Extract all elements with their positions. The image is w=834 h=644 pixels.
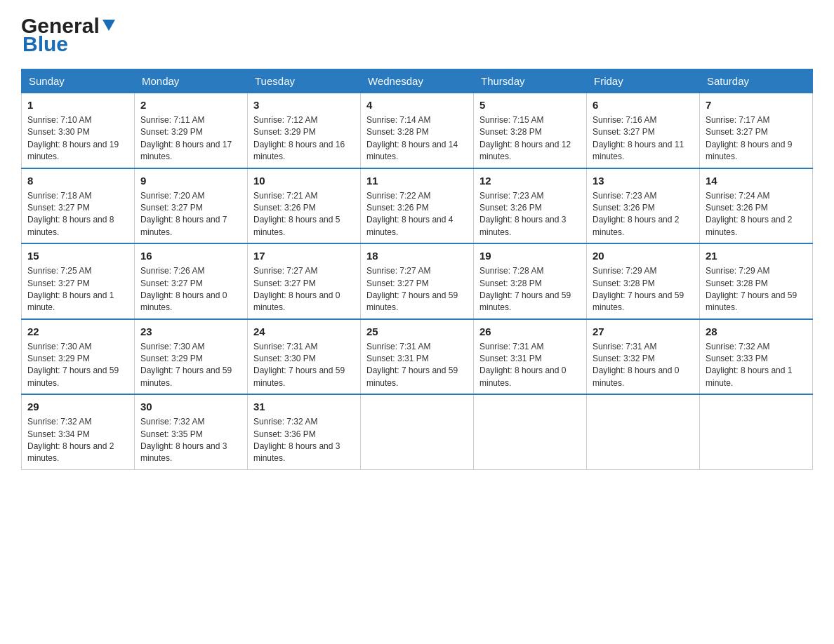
cell-content: Sunrise: 7:29 AMSunset: 3:28 PMDaylight:… xyxy=(593,265,694,314)
calendar-cell: 26Sunrise: 7:31 AMSunset: 3:31 PMDayligh… xyxy=(474,319,587,395)
day-number: 26 xyxy=(479,324,581,339)
cell-content: Sunrise: 7:31 AMSunset: 3:30 PMDaylight:… xyxy=(253,341,355,390)
cell-content: Sunrise: 7:15 AMSunset: 3:28 PMDaylight:… xyxy=(479,114,581,163)
cell-content: Sunrise: 7:21 AMSunset: 3:26 PMDaylight:… xyxy=(253,190,355,239)
day-number: 13 xyxy=(593,173,694,188)
calendar-cell: 17Sunrise: 7:27 AMSunset: 3:27 PMDayligh… xyxy=(248,243,361,319)
calendar-cell: 21Sunrise: 7:29 AMSunset: 3:28 PMDayligh… xyxy=(700,243,813,319)
header-friday: Friday xyxy=(587,69,700,93)
day-number: 17 xyxy=(253,248,355,263)
cell-content: Sunrise: 7:30 AMSunset: 3:29 PMDaylight:… xyxy=(140,341,241,390)
day-number: 5 xyxy=(479,98,581,112)
calendar-cell: 8Sunrise: 7:18 AMSunset: 3:27 PMDaylight… xyxy=(22,168,135,244)
cell-content: Sunrise: 7:28 AMSunset: 3:28 PMDaylight:… xyxy=(479,265,581,314)
calendar-cell: 23Sunrise: 7:30 AMSunset: 3:29 PMDayligh… xyxy=(135,319,248,395)
calendar-header-row: SundayMondayTuesdayWednesdayThursdayFrid… xyxy=(22,69,813,93)
day-number: 23 xyxy=(140,324,241,339)
day-number: 14 xyxy=(706,173,807,188)
calendar-cell: 9Sunrise: 7:20 AMSunset: 3:27 PMDaylight… xyxy=(135,168,248,244)
calendar-cell: 2Sunrise: 7:11 AMSunset: 3:29 PMDaylight… xyxy=(135,93,248,168)
day-number: 30 xyxy=(140,399,241,414)
calendar-cell: 11Sunrise: 7:22 AMSunset: 3:26 PMDayligh… xyxy=(361,168,474,244)
header-wednesday: Wednesday xyxy=(361,69,474,93)
calendar-cell xyxy=(587,394,700,469)
calendar-cell: 19Sunrise: 7:28 AMSunset: 3:28 PMDayligh… xyxy=(474,243,587,319)
day-number: 12 xyxy=(479,173,581,188)
day-number: 7 xyxy=(706,98,807,112)
calendar-cell xyxy=(474,394,587,469)
cell-content: Sunrise: 7:32 AMSunset: 3:36 PMDaylight:… xyxy=(253,416,355,465)
cell-content: Sunrise: 7:24 AMSunset: 3:26 PMDaylight:… xyxy=(706,190,807,239)
calendar-cell: 3Sunrise: 7:12 AMSunset: 3:29 PMDaylight… xyxy=(248,93,361,168)
day-number: 20 xyxy=(593,248,694,263)
calendar-cell: 12Sunrise: 7:23 AMSunset: 3:26 PMDayligh… xyxy=(474,168,587,244)
cell-content: Sunrise: 7:18 AMSunset: 3:27 PMDaylight:… xyxy=(27,190,128,239)
calendar-cell: 10Sunrise: 7:21 AMSunset: 3:26 PMDayligh… xyxy=(248,168,361,244)
cell-content: Sunrise: 7:14 AMSunset: 3:28 PMDaylight:… xyxy=(366,114,468,163)
calendar-cell: 24Sunrise: 7:31 AMSunset: 3:30 PMDayligh… xyxy=(248,319,361,395)
day-number: 2 xyxy=(140,98,241,112)
week-row-5: 29Sunrise: 7:32 AMSunset: 3:34 PMDayligh… xyxy=(22,394,813,469)
day-number: 1 xyxy=(27,98,128,112)
cell-content: Sunrise: 7:17 AMSunset: 3:27 PMDaylight:… xyxy=(706,114,807,163)
cell-content: Sunrise: 7:32 AMSunset: 3:34 PMDaylight:… xyxy=(27,416,128,465)
day-number: 24 xyxy=(253,324,355,339)
week-row-3: 15Sunrise: 7:25 AMSunset: 3:27 PMDayligh… xyxy=(22,243,813,319)
week-row-4: 22Sunrise: 7:30 AMSunset: 3:29 PMDayligh… xyxy=(22,319,813,395)
day-number: 3 xyxy=(253,98,355,112)
calendar-cell: 28Sunrise: 7:32 AMSunset: 3:33 PMDayligh… xyxy=(700,319,813,395)
week-row-1: 1Sunrise: 7:10 AMSunset: 3:30 PMDaylight… xyxy=(22,93,813,168)
cell-content: Sunrise: 7:23 AMSunset: 3:26 PMDaylight:… xyxy=(593,190,694,239)
cell-content: Sunrise: 7:16 AMSunset: 3:27 PMDaylight:… xyxy=(593,114,694,163)
calendar-cell: 31Sunrise: 7:32 AMSunset: 3:36 PMDayligh… xyxy=(248,394,361,469)
calendar-cell: 15Sunrise: 7:25 AMSunset: 3:27 PMDayligh… xyxy=(22,243,135,319)
day-number: 19 xyxy=(479,248,581,263)
calendar-cell: 16Sunrise: 7:26 AMSunset: 3:27 PMDayligh… xyxy=(135,243,248,319)
day-number: 10 xyxy=(253,173,355,188)
page-header: General Blue xyxy=(21,14,813,56)
week-row-2: 8Sunrise: 7:18 AMSunset: 3:27 PMDaylight… xyxy=(22,168,813,244)
cell-content: Sunrise: 7:25 AMSunset: 3:27 PMDaylight:… xyxy=(27,265,128,314)
day-number: 16 xyxy=(140,248,241,263)
calendar-cell: 25Sunrise: 7:31 AMSunset: 3:31 PMDayligh… xyxy=(361,319,474,395)
day-number: 29 xyxy=(27,399,128,414)
cell-content: Sunrise: 7:12 AMSunset: 3:29 PMDaylight:… xyxy=(253,114,355,163)
day-number: 8 xyxy=(27,173,128,188)
cell-content: Sunrise: 7:30 AMSunset: 3:29 PMDaylight:… xyxy=(27,341,128,390)
day-number: 18 xyxy=(366,248,468,263)
cell-content: Sunrise: 7:11 AMSunset: 3:29 PMDaylight:… xyxy=(140,114,241,163)
cell-content: Sunrise: 7:27 AMSunset: 3:27 PMDaylight:… xyxy=(253,265,355,314)
cell-content: Sunrise: 7:26 AMSunset: 3:27 PMDaylight:… xyxy=(140,265,241,314)
calendar-cell: 22Sunrise: 7:30 AMSunset: 3:29 PMDayligh… xyxy=(22,319,135,395)
header-saturday: Saturday xyxy=(700,69,813,93)
day-number: 11 xyxy=(366,173,468,188)
cell-content: Sunrise: 7:31 AMSunset: 3:32 PMDaylight:… xyxy=(593,341,694,390)
header-monday: Monday xyxy=(135,69,248,93)
cell-content: Sunrise: 7:32 AMSunset: 3:33 PMDaylight:… xyxy=(706,341,807,390)
day-number: 6 xyxy=(593,98,694,112)
cell-content: Sunrise: 7:27 AMSunset: 3:27 PMDaylight:… xyxy=(366,265,468,314)
calendar-cell xyxy=(361,394,474,469)
cell-content: Sunrise: 7:20 AMSunset: 3:27 PMDaylight:… xyxy=(140,190,241,239)
day-number: 25 xyxy=(366,324,468,339)
day-number: 28 xyxy=(706,324,807,339)
calendar-cell: 30Sunrise: 7:32 AMSunset: 3:35 PMDayligh… xyxy=(135,394,248,469)
cell-content: Sunrise: 7:23 AMSunset: 3:26 PMDaylight:… xyxy=(479,190,581,239)
cell-content: Sunrise: 7:29 AMSunset: 3:28 PMDaylight:… xyxy=(706,265,807,314)
day-number: 22 xyxy=(27,324,128,339)
cell-content: Sunrise: 7:22 AMSunset: 3:26 PMDaylight:… xyxy=(366,190,468,239)
calendar-cell: 1Sunrise: 7:10 AMSunset: 3:30 PMDaylight… xyxy=(22,93,135,168)
day-number: 21 xyxy=(706,248,807,263)
logo: General Blue xyxy=(21,14,117,56)
cell-content: Sunrise: 7:31 AMSunset: 3:31 PMDaylight:… xyxy=(479,341,581,390)
header-thursday: Thursday xyxy=(474,69,587,93)
calendar-cell: 7Sunrise: 7:17 AMSunset: 3:27 PMDaylight… xyxy=(700,93,813,168)
calendar-cell: 5Sunrise: 7:15 AMSunset: 3:28 PMDaylight… xyxy=(474,93,587,168)
cell-content: Sunrise: 7:32 AMSunset: 3:35 PMDaylight:… xyxy=(140,416,241,465)
calendar-table: SundayMondayTuesdayWednesdayThursdayFrid… xyxy=(21,69,813,470)
logo-blue-text: Blue xyxy=(22,32,68,56)
calendar-cell: 20Sunrise: 7:29 AMSunset: 3:28 PMDayligh… xyxy=(587,243,700,319)
calendar-cell: 29Sunrise: 7:32 AMSunset: 3:34 PMDayligh… xyxy=(22,394,135,469)
day-number: 31 xyxy=(253,399,355,414)
header-sunday: Sunday xyxy=(22,69,135,93)
